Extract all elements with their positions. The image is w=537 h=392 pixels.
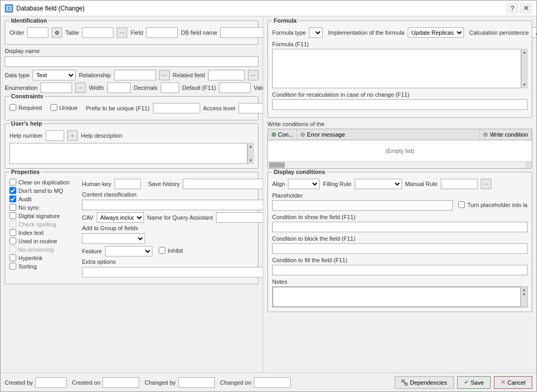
manual-rule-btn[interactable]: ⋯: [481, 179, 491, 189]
window-title: Database field (Change): [16, 5, 85, 12]
add-to-group-row: Add to Group of fields: [82, 225, 263, 231]
notes-textarea[interactable]: [273, 287, 521, 307]
changed-by-label: Changed by: [144, 379, 175, 386]
footer-fields: Created by alvaro Created on 02/12/2021 …: [5, 377, 291, 388]
width-input[interactable]: 50: [107, 82, 131, 93]
wc-vscroll[interactable]: [525, 162, 532, 168]
filling-rule-select[interactable]: [355, 179, 402, 189]
relationship-browse-btn[interactable]: ⋯: [159, 70, 170, 80]
clear-on-duplication-checkbox[interactable]: [9, 179, 16, 185]
add-to-group-label: Add to Group of fields: [82, 225, 138, 231]
enumeration-browse-btn[interactable]: ⋯: [75, 82, 86, 93]
related-field-browse-btn[interactable]: ⋯: [248, 70, 259, 80]
calc-persistence-select[interactable]: Application persists: [532, 27, 536, 38]
save-history-input[interactable]: [183, 179, 263, 189]
changed-on-input[interactable]: __/__/___: [254, 377, 291, 388]
help-description-textarea[interactable]: [9, 143, 247, 164]
changed-by-input[interactable]: [178, 377, 215, 388]
formula-type-select[interactable]: [309, 27, 323, 38]
cancel-label: Cancel: [508, 379, 525, 386]
align-row: Align Filling Rule Manual Rule ⋯: [272, 179, 528, 189]
name-for-query-input[interactable]: [216, 212, 263, 223]
help-number-btn[interactable]: +: [67, 130, 78, 141]
db-field-name-input[interactable]: [220, 27, 263, 38]
cav-select[interactable]: Always include: [97, 212, 144, 223]
wc-hscroll[interactable]: [268, 162, 525, 168]
decimals-input[interactable]: 0: [161, 82, 179, 93]
default-input[interactable]: [219, 82, 251, 93]
cond-show-input[interactable]: [272, 222, 528, 232]
created-by-input[interactable]: alvaro: [35, 377, 67, 388]
dependencies-icon: [401, 379, 408, 386]
formula-vscroll[interactable]: ▲ ▼: [521, 49, 528, 88]
no-versioning-checkbox[interactable]: [9, 246, 16, 253]
enumeration-input[interactable]: [40, 82, 72, 93]
enumeration-row: Enumeration ⋯ Width 50 Decimals 0 Defaul…: [5, 82, 259, 93]
required-checkbox[interactable]: [9, 104, 16, 111]
access-level-label: Access level: [203, 105, 235, 111]
order-input[interactable]: 3,0: [27, 27, 48, 38]
content-classification-label: Content classification: [82, 191, 137, 198]
inhibit-label: Inhibit: [168, 247, 183, 254]
created-on-input[interactable]: 02/12/2021: [102, 377, 139, 388]
turn-placeholder-row: Turn placeholder into la: [458, 201, 528, 208]
dont-send-to-mq-checkbox[interactable]: [9, 187, 16, 194]
implementation-label: Implementation of the formula: [328, 29, 405, 36]
index-text-checkbox[interactable]: [9, 229, 16, 236]
help-button[interactable]: ?: [506, 3, 519, 14]
no-sync-checkbox[interactable]: [9, 204, 16, 211]
relationship-input[interactable]: [114, 70, 156, 80]
used-in-routine-checkbox[interactable]: [9, 238, 16, 244]
align-select[interactable]: [288, 179, 319, 189]
formula-textarea[interactable]: [272, 49, 521, 88]
inhibit-checkbox[interactable]: [159, 247, 166, 254]
hyperlink-checkbox[interactable]: [9, 254, 16, 261]
cond-block-input[interactable]: [272, 243, 528, 254]
unique-checkbox[interactable]: [50, 104, 57, 111]
right-panel: Formula Formula type Implementation of t…: [263, 16, 536, 373]
dont-send-to-mq-label: Don't send to MQ: [18, 188, 63, 194]
data-type-row: Data type Text Relationship ⋯ Related fi…: [5, 70, 259, 80]
prefix-input[interactable]: [153, 103, 200, 114]
cancel-button[interactable]: ✕ Cancel: [494, 376, 532, 389]
access-level-input[interactable]: [239, 103, 263, 114]
field-input[interactable]: NAME: [146, 27, 178, 38]
display-name-input[interactable]: Manual name: [5, 56, 259, 67]
cond-block-label: Condition to block the field (F11): [272, 235, 355, 242]
formula-label: Formula: [272, 17, 298, 24]
display-name-label: Display name: [5, 48, 40, 54]
wc-error-label: Error message: [307, 131, 345, 138]
related-field-input[interactable]: [208, 70, 245, 80]
audit-checkbox[interactable]: [9, 195, 16, 202]
implementation-select[interactable]: Update Replicas: [408, 27, 464, 38]
table-input[interactable]: ASSMA: [82, 27, 113, 38]
sorting-checkbox[interactable]: [9, 263, 16, 270]
dependencies-button[interactable]: Dependencies: [395, 376, 453, 389]
human-key-input[interactable]: 1: [115, 179, 141, 189]
placeholder-input[interactable]: [272, 200, 453, 211]
check-spelling-checkbox[interactable]: [9, 221, 16, 228]
manual-rule-input[interactable]: [441, 179, 478, 189]
wc-header: ⊕ Con... ⊕ Error message ⊕ Write conditi…: [268, 129, 532, 140]
title-bar: Database field (Change) ? ✕: [1, 1, 536, 16]
content-classification-input[interactable]: [82, 200, 263, 210]
filling-rule-label: Filling Rule: [323, 181, 351, 187]
digital-signature-checkbox[interactable]: [9, 212, 16, 219]
feature-select[interactable]: [105, 246, 152, 256]
help-number-input[interactable]: [46, 130, 64, 141]
turn-placeholder-checkbox[interactable]: [458, 201, 465, 208]
help-vscroll[interactable]: ▲ ▼: [247, 143, 254, 164]
manual-rule-label: Manual Rule: [405, 181, 438, 187]
extra-options-input-row: [82, 267, 263, 277]
save-button[interactable]: ✔ Save: [457, 376, 491, 389]
cond-fill-input[interactable]: [272, 265, 528, 275]
wc-add-btn-cell[interactable]: ⊕ Con...: [268, 129, 297, 140]
table-browse-btn[interactable]: ⋯: [117, 27, 127, 38]
extra-options-input[interactable]: [82, 267, 263, 277]
notes-vscroll[interactable]: ▲ ▼: [521, 287, 527, 307]
data-type-select[interactable]: Text: [33, 70, 76, 80]
order-settings-btn[interactable]: ⚙: [51, 27, 62, 38]
close-button[interactable]: ✕: [520, 3, 532, 14]
add-to-group-select[interactable]: [82, 233, 145, 244]
cond-recalc-input[interactable]: [272, 99, 528, 110]
